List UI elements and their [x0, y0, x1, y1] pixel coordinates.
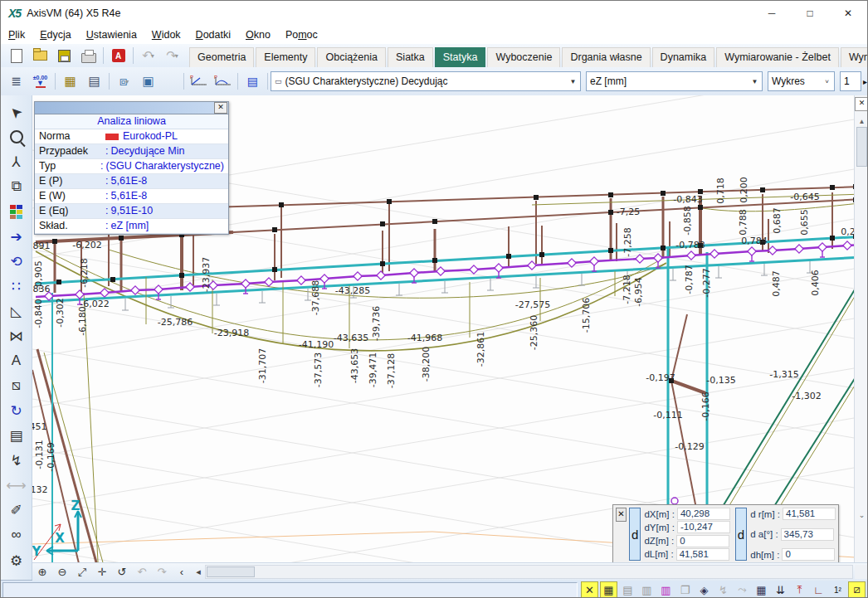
zoom-fit-icon[interactable]: ⤢ — [72, 564, 92, 580]
menu-item-ustawienia[interactable]: Ustawienia — [79, 27, 144, 42]
color-coding-icon[interactable] — [4, 199, 29, 224]
linear-deflection-display-button[interactable]: P — [187, 70, 211, 92]
close-button[interactable]: ✕ — [829, 1, 867, 26]
display-mode-combo[interactable]: Wykres ˅ — [768, 71, 835, 91]
redo-icon[interactable]: ↷▾ — [160, 45, 184, 66]
save-to-library-icon[interactable]: ▣ — [136, 70, 160, 92]
window-parts-icon[interactable]: ❐ — [676, 581, 694, 598]
undo-icon[interactable]: ↶▾ — [136, 45, 160, 66]
settings-wrench-icon[interactable]: ⚙ — [4, 548, 29, 573]
mesh-icon[interactable]: ▦ — [753, 581, 770, 598]
collapse-left-icon[interactable]: ‹ — [172, 564, 192, 580]
beam-display-active-icon[interactable]: ▥ — [657, 581, 675, 598]
scroll-down-icon[interactable]: ⌄ — [859, 511, 866, 519]
cut-plane-icon[interactable]: ⧅ — [4, 373, 29, 398]
delta-toggle-d2[interactable]: d — [735, 508, 747, 561]
print-icon[interactable] — [76, 45, 100, 66]
perspective-icon[interactable]: ⧄ — [848, 581, 866, 598]
report-maker-icon[interactable]: ▤ — [82, 70, 106, 92]
text-size-icon[interactable]: A — [4, 348, 29, 373]
pan-icon[interactable]: ✛ — [92, 564, 112, 580]
section-segment-icon[interactable]: ↯ — [714, 581, 732, 598]
tab-wyboczenie[interactable]: Wyboczenie — [487, 47, 560, 67]
view-redo-icon[interactable]: ↷ — [152, 564, 172, 580]
pdf-export-icon[interactable]: A — [106, 45, 130, 66]
tab-statyka[interactable]: Statyka — [435, 47, 486, 67]
minimize-button[interactable]: ─ — [753, 1, 791, 26]
menu-item-plik[interactable]: Plik — [1, 27, 32, 42]
tab-wymiaro[interactable]: Wymiaro — [841, 47, 868, 67]
display-options-glasses-icon[interactable]: ∞ — [4, 523, 29, 547]
tab-elementy[interactable]: Elementy — [256, 47, 315, 67]
chevron-down-icon[interactable]: ▼ — [566, 72, 580, 90]
horizontal-scrollbar[interactable] — [205, 565, 853, 579]
scale-icon[interactable]: ◺ — [4, 299, 29, 323]
new-file-icon[interactable] — [4, 45, 28, 66]
vertical-scrollbar[interactable]: ✕ ▲ ⌄ — [854, 95, 868, 562]
load-arrows-icon[interactable]: ⇊ — [772, 581, 789, 598]
close-icon[interactable]: ✕ — [214, 102, 227, 114]
toolbar-overflow-icon[interactable]: ▸ — [863, 77, 867, 86]
rotate-icon[interactable]: ⟲ — [4, 249, 29, 274]
section-line-icon[interactable]: ↯ — [4, 448, 29, 473]
array-icon[interactable]: ∷ — [4, 274, 29, 299]
save-icon[interactable] — [52, 45, 76, 66]
chevron-down-icon[interactable]: ˅ — [820, 72, 834, 90]
snap-grid-icon[interactable]: ▦ — [600, 581, 617, 598]
renumber-icon[interactable]: ↻ — [4, 398, 29, 423]
delta-toggle-d1[interactable]: d — [629, 508, 641, 561]
tab-siatka[interactable]: Siatka — [388, 47, 433, 67]
search-flashlight-icon[interactable]: ✐ — [4, 498, 29, 523]
load-case-combo[interactable]: ▭ (SGU Charakterystyczne) Decydując ▼ — [271, 71, 581, 91]
result-tables-icon[interactable]: ▤ — [241, 70, 265, 92]
tab-geometria[interactable]: Geometria — [189, 47, 254, 67]
menu-item-edycja[interactable]: Edycja — [32, 27, 79, 42]
view-undo-icon[interactable]: ↶ — [132, 564, 152, 580]
tab-dynamika[interactable]: Dynamika — [652, 47, 715, 67]
translate-icon[interactable]: ➔ — [4, 224, 29, 249]
zoom-icon[interactable] — [4, 124, 29, 149]
mirror-icon[interactable]: ⋈ — [4, 323, 29, 348]
zoom-in-icon[interactable]: ⊕ — [32, 564, 52, 580]
dropdown-arrow-icon[interactable]: ▾ — [151, 52, 154, 60]
result-component-combo[interactable]: eZ [mm] ▼ — [586, 71, 763, 91]
scrollbar-thumb[interactable] — [207, 566, 255, 577]
exponent-format-icon[interactable]: 1² — [829, 581, 846, 598]
close-icon[interactable]: ✕ — [855, 97, 868, 111]
table-browser-icon[interactable]: ▦ — [58, 70, 82, 92]
open-file-icon[interactable] — [28, 45, 52, 66]
parts-icon[interactable]: ⧉ — [4, 174, 29, 199]
elevation-icon[interactable]: ±0.00▼ — [28, 70, 52, 92]
model-canvas[interactable]: 891-6,202836-6,022-25,786-23,918-43,285-… — [32, 95, 868, 562]
tab-wymiarowanie-żelbet[interactable]: Wymiarowanie - Żelbet — [716, 47, 839, 67]
chevron-down-icon[interactable]: ▼ — [748, 72, 762, 90]
dropdown-arrow-icon[interactable]: ▾ — [125, 78, 129, 85]
scrollbar-thumb[interactable] — [856, 127, 867, 167]
menu-item-widok[interactable]: Widok — [144, 27, 188, 42]
drawing-library-icon[interactable]: ⧈▾ — [112, 70, 136, 92]
dropdown-arrow-icon[interactable]: ▾ — [175, 52, 178, 60]
scroll-left-icon[interactable]: ◂ — [192, 566, 205, 577]
beam-display-icon[interactable]: ▥ — [638, 581, 656, 598]
tab-drgania-własne[interactable]: Drgania własne — [562, 47, 650, 67]
close-icon[interactable]: ✕ — [616, 508, 627, 522]
nonlinear-deflection-display-button[interactable]: P — [211, 70, 235, 92]
path-icon[interactable]: ⤳ — [734, 581, 751, 598]
tab-obciążenia[interactable]: Obciążenia — [317, 47, 386, 67]
menu-item-pomoc[interactable]: Pomoc — [278, 27, 325, 42]
dimension-icon[interactable]: ⟷ — [4, 473, 29, 498]
workplanes-icon[interactable]: ◈ — [695, 581, 713, 598]
scale-spin-input[interactable]: 1 — [840, 71, 861, 91]
info-panel-titlebar[interactable]: ✕ — [35, 102, 228, 114]
table-icon[interactable]: ▤ — [619, 581, 636, 598]
rotate-view-icon[interactable]: ↺ — [112, 564, 132, 580]
menu-item-dodatki[interactable]: Dodatki — [188, 27, 238, 42]
scroll-up-icon[interactable]: ▲ — [859, 118, 866, 125]
layers-icon[interactable]: ≣ — [4, 70, 28, 92]
virtual-beam-icon[interactable]: ▤ — [4, 423, 29, 448]
menu-item-okno[interactable]: Okno — [238, 27, 278, 42]
reactions-icon[interactable]: ⤒ — [791, 581, 808, 598]
selection-cursor-icon[interactable]: ➤ — [4, 100, 29, 124]
snap-node-icon[interactable]: ✕ — [581, 581, 598, 598]
view-direction-icon[interactable]: ⅄ — [4, 149, 29, 174]
